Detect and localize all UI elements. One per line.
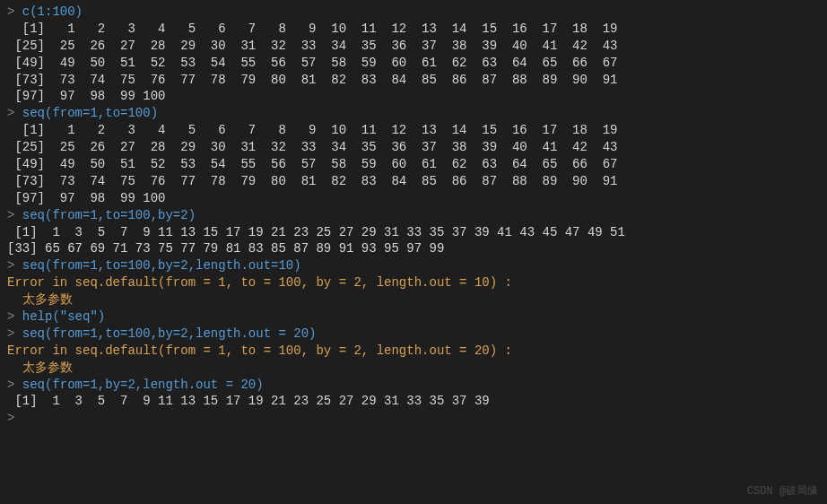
code-text: seq(from=1,to=100) <box>22 106 158 120</box>
prompt: > <box>7 208 22 222</box>
console-output-line: [97] 97 98 99 100 <box>7 88 820 105</box>
r-console[interactable]: > c(1:100) [1] 1 2 3 4 5 6 7 8 9 10 11 1… <box>7 4 820 427</box>
console-output-line: [49] 49 50 51 52 53 54 55 56 57 58 59 60… <box>7 55 820 72</box>
console-error-line: 太多参数 <box>7 360 820 377</box>
prompt: > <box>7 309 22 324</box>
code-text: seq(from=1,by=2,length.out = 20) <box>22 378 264 392</box>
code-text: seq(from=1,to=100,by=2,length.out=10) <box>22 258 301 273</box>
code-text: seq(from=1,to=100,by=2) <box>22 208 196 222</box>
console-output-line: [1] 1 3 5 7 9 11 13 15 17 19 21 23 25 27… <box>7 224 820 241</box>
console-command-line: > seq(from=1,by=2,length.out = 20) <box>7 377 820 394</box>
console-output-line: [33] 65 67 69 71 73 75 77 79 81 83 85 87… <box>7 240 820 257</box>
prompt: > <box>7 411 22 425</box>
prompt: > <box>7 258 22 273</box>
console-output-line: [1] 1 3 5 7 9 11 13 15 17 19 21 23 25 27… <box>7 393 820 410</box>
console-output-line: [73] 73 74 75 76 77 78 79 80 81 82 83 84… <box>7 173 820 190</box>
prompt: > <box>7 378 22 392</box>
console-command-line: > seq(from=1,to=100) <box>7 105 820 122</box>
console-output-line: [1] 1 2 3 4 5 6 7 8 9 10 11 12 13 14 15 … <box>7 21 820 38</box>
console-output-line: [73] 73 74 75 76 77 78 79 80 81 82 83 84… <box>7 72 820 89</box>
console-error-line: 太多参数 <box>7 291 820 308</box>
console-output-line: [25] 25 26 27 28 29 30 31 32 33 34 35 36… <box>7 139 820 156</box>
prompt: > <box>7 4 22 19</box>
console-command-line: > seq(from=1,to=100,by=2,length.out = 20… <box>7 326 820 343</box>
console-command-line: > seq(from=1,to=100,by=2,length.out=10) <box>7 257 820 274</box>
watermark: CSDN @破局缘 <box>747 484 818 499</box>
console-output-line: [49] 49 50 51 52 53 54 55 56 57 58 59 60… <box>7 156 820 173</box>
console-error-line: Error in seq.default(from = 1, to = 100,… <box>7 274 820 291</box>
code-text: seq(from=1,to=100,by=2,length.out = 20) <box>22 326 317 341</box>
console-command-line: > c(1:100) <box>7 4 820 21</box>
console-output-line: [1] 1 2 3 4 5 6 7 8 9 10 11 12 13 14 15 … <box>7 122 820 139</box>
console-command-line: > help("seq") <box>7 308 820 326</box>
code-text: c(1:100) <box>22 4 83 19</box>
code-text: help("seq") <box>22 309 105 324</box>
console-output-line: [97] 97 98 99 100 <box>7 190 820 207</box>
prompt: > <box>7 106 22 120</box>
console-command-line: > seq(from=1,to=100,by=2) <box>7 207 820 224</box>
prompt: > <box>7 326 22 341</box>
console-output-line: [25] 25 26 27 28 29 30 31 32 33 34 35 36… <box>7 38 820 55</box>
console-command-line: > <box>7 410 820 427</box>
console-error-line: Error in seq.default(from = 1, to = 100,… <box>7 343 820 360</box>
